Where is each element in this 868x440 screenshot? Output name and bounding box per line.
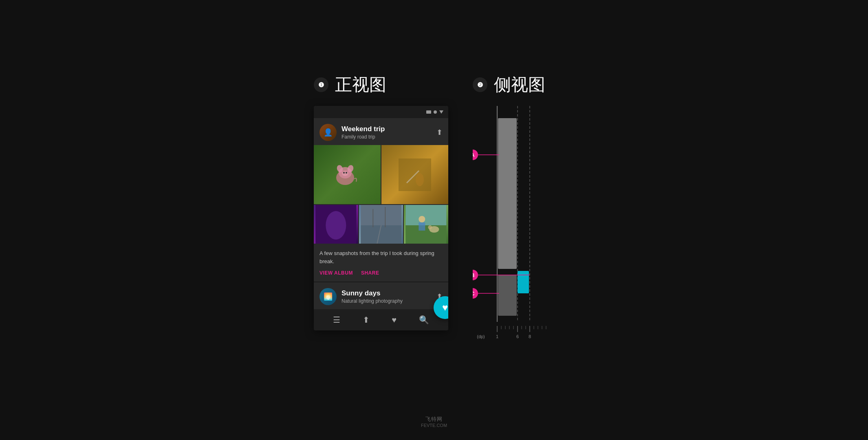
svg-point-24 — [428, 225, 432, 229]
avatar-2: 🌅 — [319, 288, 337, 305]
photo-row-1 — [314, 145, 448, 204]
bottom-navigation: ☰ ⬆ ♥ 🔍 — [314, 309, 448, 330]
card1-subtitle: Family road trip — [341, 134, 385, 140]
front-view-label: ❶ 正视图 — [314, 73, 386, 96]
svg-point-3 — [343, 172, 345, 174]
svg-text:C: C — [473, 291, 475, 297]
svg-rect-20 — [406, 205, 447, 225]
photo-road[interactable] — [359, 205, 403, 244]
svg-text:1: 1 — [496, 334, 498, 339]
card2-text-block: Sunny days Natural lighting photography — [341, 289, 403, 304]
photo-person[interactable] — [404, 205, 448, 244]
front-view-panel: ❶ 正视图 👤 Weekend trip — [314, 73, 448, 330]
menu-icon[interactable]: ☰ — [333, 315, 340, 325]
battery-icon — [439, 110, 443, 114]
svg-point-21 — [419, 216, 425, 222]
watermark: 飞特网 FEVTE.COM — [421, 416, 447, 428]
card2-subtitle: Natural lighting photography — [341, 298, 403, 304]
card1-share-button[interactable]: ⬆ — [436, 128, 443, 137]
wifi-icon — [434, 110, 437, 114]
watermark-line2: FEVTE.COM — [421, 423, 447, 428]
svg-text:(dp): (dp) — [477, 334, 485, 339]
watermark-line1: 飞特网 — [421, 416, 447, 423]
svg-text:A: A — [473, 152, 475, 158]
photo-hand[interactable] — [381, 145, 448, 204]
card1-title: Weekend trip — [341, 125, 385, 133]
signal-icon — [426, 110, 431, 114]
share-nav-icon[interactable]: ⬆ — [363, 315, 370, 325]
card2-title: Sunny days — [341, 289, 403, 297]
avatar-2-img: 🌅 — [319, 288, 337, 305]
share-button[interactable]: SHARE — [361, 270, 379, 276]
avatar-1: 👤 — [319, 124, 337, 141]
front-view-number: ❶ — [314, 77, 328, 92]
card1-header: 👤 Weekend trip Family road trip ⬆ — [314, 118, 448, 145]
card-sunny-days: 🌅 Sunny days Natural lighting photograph… — [314, 282, 448, 309]
favorites-icon[interactable]: ♥ — [392, 315, 397, 325]
side-view-number: ❷ — [473, 77, 487, 92]
svg-point-2 — [342, 171, 348, 176]
card1-actions: VIEW ALBUM SHARE — [314, 268, 448, 282]
photo-purple[interactable] — [314, 205, 358, 244]
svg-text:B: B — [473, 273, 475, 278]
svg-point-4 — [346, 172, 347, 174]
photo-pig[interactable] — [314, 145, 381, 204]
svg-rect-22 — [419, 222, 425, 231]
status-bar — [314, 106, 448, 118]
svg-point-12 — [326, 211, 346, 240]
svg-text:6: 6 — [516, 334, 519, 339]
front-view-title: 正视图 — [335, 73, 386, 96]
card2-header-left: 🌅 Sunny days Natural lighting photograph… — [319, 288, 403, 305]
card1-description: A few snapshots from the trip I took dur… — [314, 244, 448, 268]
side-view-title: 侧视图 — [494, 73, 545, 96]
avatar-1-img: 👤 — [319, 124, 337, 141]
side-view-panel: ❷ 侧视图 A — [473, 73, 554, 359]
side-diagram: A B C — [473, 106, 554, 359]
view-album-button[interactable]: VIEW ALBUM — [319, 270, 353, 276]
side-view-label: ❷ 侧视图 — [473, 73, 545, 96]
svg-rect-30 — [498, 275, 517, 316]
card1-header-left: 👤 Weekend trip Family road trip — [319, 124, 385, 141]
svg-text:8: 8 — [529, 334, 531, 339]
svg-rect-31 — [518, 271, 529, 293]
photo-row-2 — [314, 205, 448, 244]
card2-header: 🌅 Sunny days Natural lighting photograph… — [314, 282, 448, 309]
card-weekend-trip: 👤 Weekend trip Family road trip ⬆ — [314, 118, 448, 282]
svg-rect-29 — [498, 118, 517, 269]
svg-rect-15 — [361, 225, 401, 244]
photo-grid — [314, 145, 448, 244]
search-icon[interactable]: 🔍 — [419, 315, 429, 325]
card1-text-block: Weekend trip Family road trip — [341, 125, 385, 140]
phone-mockup: 👤 Weekend trip Family road trip ⬆ — [314, 106, 448, 330]
svg-point-10 — [416, 173, 424, 186]
fab-heart-icon: ♥ — [442, 302, 448, 313]
